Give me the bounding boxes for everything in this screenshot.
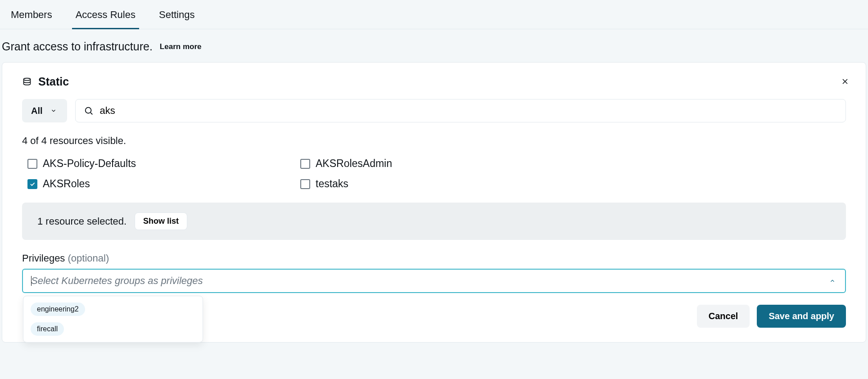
tab-members[interactable]: Members xyxy=(7,0,56,29)
svg-point-0 xyxy=(24,78,31,80)
resource-item[interactable]: AKSRoles xyxy=(27,178,300,190)
stack-icon xyxy=(22,77,32,86)
close-button[interactable] xyxy=(839,75,851,88)
privileges-dropdown: engineering2 firecall xyxy=(23,296,203,343)
privileges-placeholder: Select Kubernetes groups as privileges xyxy=(31,275,203,287)
resource-label: AKSRoles xyxy=(43,178,90,190)
resource-item[interactable]: AKS-Policy-Defaults xyxy=(27,158,300,170)
checkbox-icon xyxy=(300,159,310,169)
chevron-up-icon xyxy=(828,278,837,284)
cancel-button[interactable]: Cancel xyxy=(697,305,750,328)
resource-grid: AKS-Policy-Defaults AKSRolesAdmin AKSRol… xyxy=(22,158,846,190)
svg-point-1 xyxy=(85,108,91,113)
filter-all-label: All xyxy=(31,106,43,116)
search-icon xyxy=(84,106,94,116)
filter-all-dropdown[interactable]: All xyxy=(22,99,67,122)
subhead-title: Grant access to infrastructure. xyxy=(2,40,153,53)
learn-more-link[interactable]: Learn more xyxy=(160,42,202,51)
checkbox-icon xyxy=(300,179,310,189)
panel-title: Static xyxy=(38,75,69,88)
dropdown-option[interactable]: firecall xyxy=(31,322,64,336)
resource-label: AKS-Policy-Defaults xyxy=(43,158,136,170)
privileges-placeholder-text: Select Kubernetes groups as privileges xyxy=(31,275,203,286)
dropdown-option[interactable]: engineering2 xyxy=(31,302,85,316)
privileges-optional: (optional) xyxy=(68,253,109,264)
close-icon xyxy=(841,77,850,86)
resource-count: 4 of 4 resources visible. xyxy=(22,135,846,147)
tab-access-rules[interactable]: Access Rules xyxy=(72,0,139,29)
privileges-label: Privileges (optional) xyxy=(22,253,846,264)
tab-settings[interactable]: Settings xyxy=(155,0,199,29)
subheader: Grant access to infrastructure. Learn mo… xyxy=(0,29,868,62)
resource-item[interactable]: testaks xyxy=(300,178,573,190)
save-and-apply-button[interactable]: Save and apply xyxy=(757,305,846,328)
tab-bar: Members Access Rules Settings xyxy=(0,0,868,29)
filter-row: All xyxy=(22,99,846,122)
panel-header: Static xyxy=(22,75,846,88)
checkbox-icon xyxy=(27,159,37,169)
chevron-down-icon xyxy=(49,108,58,114)
resource-label: AKSRolesAdmin xyxy=(316,158,392,170)
static-panel: Static All 4 of 4 xyxy=(2,62,866,343)
privileges-label-text: Privileges xyxy=(22,253,65,264)
resource-item[interactable]: AKSRolesAdmin xyxy=(300,158,573,170)
selected-bar: 1 resource selected. Show list xyxy=(22,203,846,240)
search-wrap xyxy=(75,99,846,122)
show-list-button[interactable]: Show list xyxy=(135,212,187,230)
text-caret xyxy=(31,276,32,286)
search-input[interactable] xyxy=(100,99,837,122)
resource-label: testaks xyxy=(316,178,348,190)
selected-count: 1 resource selected. xyxy=(37,216,127,227)
privileges-select[interactable]: Select Kubernetes groups as privileges e… xyxy=(22,269,846,293)
checkbox-checked-icon xyxy=(27,179,37,189)
